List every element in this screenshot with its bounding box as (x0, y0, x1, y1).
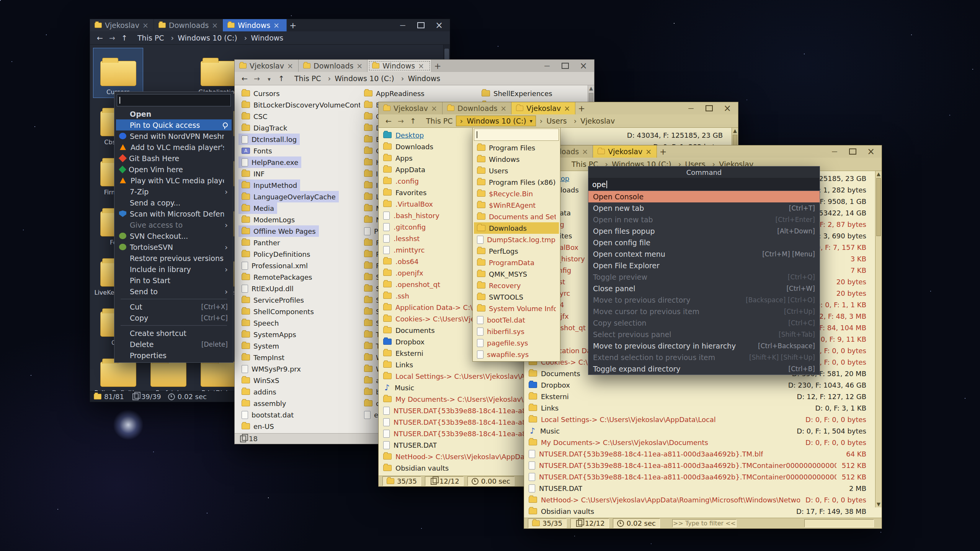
context-menu-item[interactable]: Cut [Ctrl+X] (116, 301, 232, 312)
minimize-button[interactable] (687, 104, 695, 112)
new-tab-button[interactable] (575, 102, 588, 114)
tab-close-icon[interactable] (645, 147, 652, 156)
file-row[interactable]: Dropbox D: 230, F: 1043, 46 GB (529, 379, 866, 391)
file-row[interactable]: My Documents -> C:\Users\Vjekoslav\Docum… (529, 437, 866, 448)
breadcrumb-item[interactable]: Windows (397, 73, 443, 83)
new-tab-button[interactable] (657, 145, 669, 158)
context-menu-item[interactable]: Include in library (116, 264, 232, 275)
file-row[interactable]: RtlExUpd.dll (238, 283, 297, 294)
file-row[interactable]: ModemLogs (238, 214, 298, 225)
palette-item[interactable]: Close panel [Ctrl+W] (588, 283, 820, 294)
dropdown-item[interactable]: Windows (474, 153, 559, 165)
file-row[interactable]: Links D: 0, F: 3, 1 KB (529, 402, 866, 414)
file-row[interactable]: AppReadiness (361, 88, 428, 99)
file-row[interactable]: RemotePackages (238, 271, 315, 283)
file-row[interactable]: Obsidian vaults D: 17, F: 149, 38 MB (529, 505, 866, 517)
context-menu-item[interactable]: Copy [Ctrl+C] (116, 312, 232, 323)
context-menu-item[interactable]: Add to VLC media player's Playlist (116, 142, 232, 153)
file-row[interactable]: System (238, 340, 282, 352)
maximize-button[interactable] (706, 105, 713, 111)
dropdown-item[interactable]: $Recycle.Bin (474, 188, 559, 199)
tab-close-icon[interactable] (273, 21, 279, 29)
file-row[interactable]: Music D: 0, F: 1, 504 bytes (529, 425, 866, 437)
minimize-button[interactable] (543, 62, 551, 70)
dropdown-item[interactable]: Program Files (474, 142, 559, 153)
tab-close-icon[interactable] (418, 62, 424, 70)
scroll-up-icon[interactable] (875, 171, 882, 177)
context-menu-item[interactable]: Restore previous versions (116, 253, 232, 264)
back-button[interactable] (383, 117, 394, 125)
tab-close-icon[interactable] (582, 147, 588, 156)
close-button[interactable] (435, 21, 443, 29)
back-button[interactable] (239, 74, 250, 83)
context-menu-item[interactable]: Send to (116, 286, 232, 297)
file-row[interactable]: Eksterni D: 12, F: 127, 12 GB (529, 391, 866, 402)
tab-close-icon[interactable] (500, 104, 506, 112)
context-menu-filter-input[interactable] (117, 94, 231, 106)
type-to-filter-box[interactable]: >> Type to filter << (672, 519, 737, 527)
tab[interactable]: Downloads (299, 60, 368, 72)
palette-item[interactable]: Toggle preview [Ctrl+Q] (588, 271, 820, 283)
file-row[interactable]: BitLockerDiscoveryVolumeContents (238, 99, 360, 111)
tab-close-icon[interactable] (356, 62, 363, 70)
file-row[interactable]: NTUSER.DAT{53b39e88-18c4-11ea-a811-000d3… (529, 460, 866, 471)
up-button[interactable] (119, 34, 130, 42)
palette-item[interactable]: Move to previous directory [Backspace] [… (588, 294, 820, 306)
breadcrumb-item[interactable]: This PC (134, 33, 167, 43)
file-row[interactable]: CSC (238, 111, 271, 122)
tab-close-icon[interactable] (564, 104, 570, 112)
tab-close-icon[interactable] (431, 104, 437, 112)
file-row[interactable]: ShellComponents (238, 306, 317, 317)
dropdown-item[interactable]: pagefile.sys (474, 337, 559, 349)
palette-item[interactable]: Toggle expand directory [Ctrl+B] (588, 363, 820, 375)
file-row[interactable]: Panther (238, 237, 283, 248)
file-row[interactable]: Fonts (238, 145, 275, 156)
context-menu-item[interactable]: 7-Zip (116, 186, 232, 197)
palette-item[interactable]: Copy selection [Ctrl+C] (588, 317, 820, 329)
dropdown-item[interactable]: bootTel.dat (474, 314, 559, 326)
context-menu-item[interactable]: TortoiseSVN (116, 241, 232, 253)
file-row[interactable]: addins (238, 386, 279, 398)
breadcrumb-item[interactable]: Vjekoslav (570, 116, 618, 126)
dropdown-item[interactable]: Documents and Settings (474, 211, 559, 222)
file-row[interactable]: ServiceProfiles (238, 294, 307, 306)
file-row[interactable]: Cursors (238, 88, 283, 99)
file-row[interactable]: WMSysPr9.prx (238, 363, 304, 375)
file-row[interactable]: NTUSER.DAT 2 MB (529, 483, 866, 494)
status-input-box[interactable] (804, 519, 874, 527)
scrollbar[interactable] (875, 171, 882, 507)
palette-item[interactable]: Open files popup [Alt+Down] (588, 225, 820, 237)
dropdown-item[interactable]: DumpStack.log.tmp (474, 234, 559, 245)
minimize-button[interactable] (831, 148, 838, 155)
palette-item[interactable]: Open config file (588, 237, 820, 248)
breadcrumb-item[interactable]: Windows 10 (C:) (167, 33, 240, 43)
tab[interactable]: Vjekoslav (511, 102, 575, 114)
file-row[interactable]: Local Settings -> C:\Users\Vjekoslav\App… (529, 414, 866, 425)
dropdown-item[interactable]: hiberfil.sys (474, 326, 559, 337)
tab[interactable]: Vjekoslav (379, 102, 443, 114)
context-menu-item[interactable]: Properties (116, 350, 232, 361)
file-row[interactable]: DtcInstall.log (238, 134, 300, 145)
file-row[interactable]: en-US (238, 421, 277, 432)
palette-item[interactable]: Open File Explorer (588, 260, 820, 271)
file-row[interactable]: bootstat.dat (238, 409, 297, 421)
tab-close-icon[interactable] (142, 21, 149, 29)
dropdown-item[interactable]: Recovery (474, 280, 559, 291)
grid-item[interactable]: Cursors (93, 48, 143, 98)
up-button[interactable] (408, 117, 418, 125)
dropdown-item[interactable]: Program Files (x86) (474, 176, 559, 188)
context-menu-item[interactable] (121, 325, 227, 326)
scroll-up-icon[interactable] (732, 128, 738, 134)
dropdown-item[interactable]: Downloads (474, 222, 559, 234)
context-menu-item[interactable]: Give access to (116, 219, 232, 230)
context-menu-item[interactable]: Scan with Microsoft Defender... (116, 208, 232, 219)
context-menu-item[interactable]: Create shortcut (116, 328, 232, 339)
file-row[interactable]: Professional.xml (238, 260, 311, 271)
forward-button[interactable] (395, 117, 406, 125)
file-row[interactable]: ShellExperiences (479, 88, 555, 99)
breadcrumb-item[interactable]: This PC (291, 73, 324, 83)
file-row[interactable]: Offline Web Pages (238, 225, 319, 237)
breadcrumb-item[interactable]: Windows (240, 33, 286, 43)
maximize-button[interactable] (849, 148, 856, 155)
palette-item[interactable]: Move cursor to previous item [Ctrl+Up] (588, 306, 820, 317)
